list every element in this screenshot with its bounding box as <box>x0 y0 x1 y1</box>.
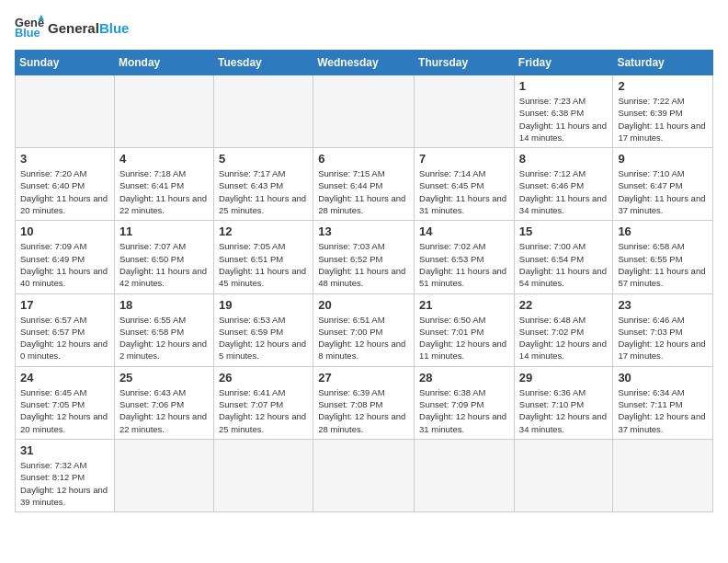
day-number: 2 <box>618 79 708 93</box>
calendar-cell: 25Sunrise: 6:43 AM Sunset: 7:06 PM Dayli… <box>114 366 213 439</box>
day-info: Sunrise: 7:14 AM Sunset: 6:45 PM Dayligh… <box>419 167 509 216</box>
day-info: Sunrise: 6:51 AM Sunset: 7:00 PM Dayligh… <box>318 314 409 362</box>
day-number: 1 <box>519 79 609 93</box>
calendar-cell: 5Sunrise: 7:17 AM Sunset: 6:43 PM Daylig… <box>213 148 313 221</box>
weekday-header-sunday: Sunday <box>16 51 115 75</box>
calendar-cell: 8Sunrise: 7:12 AM Sunset: 6:46 PM Daylig… <box>514 148 613 221</box>
day-number: 26 <box>219 371 308 385</box>
calendar-cell: 14Sunrise: 7:02 AM Sunset: 6:53 PM Dayli… <box>415 221 515 293</box>
calendar-cell <box>415 75 515 148</box>
day-info: Sunrise: 7:22 AM Sunset: 6:39 PM Dayligh… <box>618 95 708 144</box>
day-info: Sunrise: 6:57 AM Sunset: 6:57 PM Dayligh… <box>20 314 109 362</box>
calendar-cell <box>114 439 213 511</box>
calendar-cell: 19Sunrise: 6:53 AM Sunset: 6:59 PM Dayli… <box>213 293 313 366</box>
day-number: 8 <box>519 152 609 166</box>
calendar-cell: 1Sunrise: 7:23 AM Sunset: 6:38 PM Daylig… <box>514 75 613 148</box>
day-number: 9 <box>618 152 708 166</box>
calendar-cell <box>313 439 415 511</box>
day-number: 23 <box>618 298 708 312</box>
weekday-header-monday: Monday <box>114 51 213 75</box>
day-number: 17 <box>20 298 109 312</box>
week-row-3: 10Sunrise: 7:09 AM Sunset: 6:49 PM Dayli… <box>16 221 713 293</box>
day-info: Sunrise: 6:34 AM Sunset: 7:11 PM Dayligh… <box>618 386 708 435</box>
weekday-header-saturday: Saturday <box>613 51 713 75</box>
calendar-cell <box>415 439 515 511</box>
day-number: 13 <box>318 224 409 238</box>
day-info: Sunrise: 7:05 AM Sunset: 6:51 PM Dayligh… <box>219 240 308 289</box>
calendar-cell: 16Sunrise: 6:58 AM Sunset: 6:55 PM Dayli… <box>613 221 713 293</box>
day-info: Sunrise: 6:50 AM Sunset: 7:01 PM Dayligh… <box>419 314 509 362</box>
weekday-header-wednesday: Wednesday <box>313 51 415 75</box>
calendar-cell <box>213 439 313 511</box>
day-number: 19 <box>219 298 308 312</box>
day-info: Sunrise: 7:23 AM Sunset: 6:38 PM Dayligh… <box>519 95 609 144</box>
weekday-header-friday: Friday <box>514 51 613 75</box>
calendar-cell: 31Sunrise: 7:32 AM Sunset: 8:12 PM Dayli… <box>16 439 115 511</box>
calendar-cell: 12Sunrise: 7:05 AM Sunset: 6:51 PM Dayli… <box>213 221 313 293</box>
day-number: 7 <box>419 152 509 166</box>
day-info: Sunrise: 6:45 AM Sunset: 7:05 PM Dayligh… <box>20 386 109 435</box>
calendar-cell <box>213 75 313 148</box>
logo-icon: General Blue <box>15 15 44 40</box>
weekday-header-row: SundayMondayTuesdayWednesdayThursdayFrid… <box>16 51 713 75</box>
calendar-cell: 4Sunrise: 7:18 AM Sunset: 6:41 PM Daylig… <box>114 148 213 221</box>
day-number: 11 <box>119 224 209 238</box>
day-number: 18 <box>119 298 209 312</box>
day-info: Sunrise: 7:12 AM Sunset: 6:46 PM Dayligh… <box>519 167 609 216</box>
day-info: Sunrise: 7:20 AM Sunset: 6:40 PM Dayligh… <box>20 167 109 216</box>
day-info: Sunrise: 6:53 AM Sunset: 6:59 PM Dayligh… <box>219 314 308 362</box>
day-number: 30 <box>618 371 708 385</box>
calendar-cell <box>514 439 613 511</box>
calendar-cell: 29Sunrise: 6:36 AM Sunset: 7:10 PM Dayli… <box>514 366 613 439</box>
day-number: 29 <box>519 371 609 385</box>
week-row-6: 31Sunrise: 7:32 AM Sunset: 8:12 PM Dayli… <box>16 439 713 511</box>
day-info: Sunrise: 7:32 AM Sunset: 8:12 PM Dayligh… <box>20 459 109 508</box>
day-info: Sunrise: 7:15 AM Sunset: 6:44 PM Dayligh… <box>318 167 409 216</box>
day-info: Sunrise: 6:38 AM Sunset: 7:09 PM Dayligh… <box>419 386 509 435</box>
day-info: Sunrise: 6:58 AM Sunset: 6:55 PM Dayligh… <box>618 240 708 289</box>
calendar-cell: 6Sunrise: 7:15 AM Sunset: 6:44 PM Daylig… <box>313 148 415 221</box>
calendar-cell: 18Sunrise: 6:55 AM Sunset: 6:58 PM Dayli… <box>114 293 213 366</box>
calendar-cell: 3Sunrise: 7:20 AM Sunset: 6:40 PM Daylig… <box>16 148 115 221</box>
calendar-cell: 2Sunrise: 7:22 AM Sunset: 6:39 PM Daylig… <box>613 75 713 148</box>
weekday-header-tuesday: Tuesday <box>213 51 313 75</box>
calendar-cell: 21Sunrise: 6:50 AM Sunset: 7:01 PM Dayli… <box>415 293 515 366</box>
week-row-2: 3Sunrise: 7:20 AM Sunset: 6:40 PM Daylig… <box>16 148 713 221</box>
day-info: Sunrise: 7:10 AM Sunset: 6:47 PM Dayligh… <box>618 167 708 216</box>
calendar-cell: 15Sunrise: 7:00 AM Sunset: 6:54 PM Dayli… <box>514 221 613 293</box>
logo: General Blue GeneralBlue <box>15 15 129 40</box>
calendar-cell: 9Sunrise: 7:10 AM Sunset: 6:47 PM Daylig… <box>613 148 713 221</box>
calendar-cell: 11Sunrise: 7:07 AM Sunset: 6:50 PM Dayli… <box>114 221 213 293</box>
day-info: Sunrise: 6:55 AM Sunset: 6:58 PM Dayligh… <box>119 314 209 362</box>
week-row-1: 1Sunrise: 7:23 AM Sunset: 6:38 PM Daylig… <box>16 75 713 148</box>
week-row-5: 24Sunrise: 6:45 AM Sunset: 7:05 PM Dayli… <box>16 366 713 439</box>
day-number: 21 <box>419 298 509 312</box>
day-info: Sunrise: 7:03 AM Sunset: 6:52 PM Dayligh… <box>318 240 409 289</box>
day-number: 14 <box>419 224 509 238</box>
calendar-cell <box>114 75 213 148</box>
day-number: 20 <box>318 298 409 312</box>
day-number: 12 <box>219 224 308 238</box>
calendar-cell: 13Sunrise: 7:03 AM Sunset: 6:52 PM Dayli… <box>313 221 415 293</box>
calendar-cell: 22Sunrise: 6:48 AM Sunset: 7:02 PM Dayli… <box>514 293 613 366</box>
logo-text: GeneralBlue <box>48 20 129 36</box>
day-number: 4 <box>119 152 209 166</box>
day-info: Sunrise: 6:46 AM Sunset: 7:03 PM Dayligh… <box>618 314 708 362</box>
day-number: 6 <box>318 152 409 166</box>
week-row-4: 17Sunrise: 6:57 AM Sunset: 6:57 PM Dayli… <box>16 293 713 366</box>
day-info: Sunrise: 6:36 AM Sunset: 7:10 PM Dayligh… <box>519 386 609 435</box>
calendar-cell <box>613 439 713 511</box>
day-info: Sunrise: 6:39 AM Sunset: 7:08 PM Dayligh… <box>318 386 409 435</box>
day-info: Sunrise: 7:17 AM Sunset: 6:43 PM Dayligh… <box>219 167 308 216</box>
day-number: 10 <box>20 224 109 238</box>
day-info: Sunrise: 7:07 AM Sunset: 6:50 PM Dayligh… <box>119 240 209 289</box>
calendar-cell: 17Sunrise: 6:57 AM Sunset: 6:57 PM Dayli… <box>16 293 115 366</box>
calendar-cell: 20Sunrise: 6:51 AM Sunset: 7:00 PM Dayli… <box>313 293 415 366</box>
calendar-cell: 24Sunrise: 6:45 AM Sunset: 7:05 PM Dayli… <box>16 366 115 439</box>
calendar-cell: 30Sunrise: 6:34 AM Sunset: 7:11 PM Dayli… <box>613 366 713 439</box>
day-number: 5 <box>219 152 308 166</box>
calendar-cell: 10Sunrise: 7:09 AM Sunset: 6:49 PM Dayli… <box>16 221 115 293</box>
day-number: 27 <box>318 371 409 385</box>
header: General Blue GeneralBlue <box>15 15 713 40</box>
day-number: 24 <box>20 371 109 385</box>
